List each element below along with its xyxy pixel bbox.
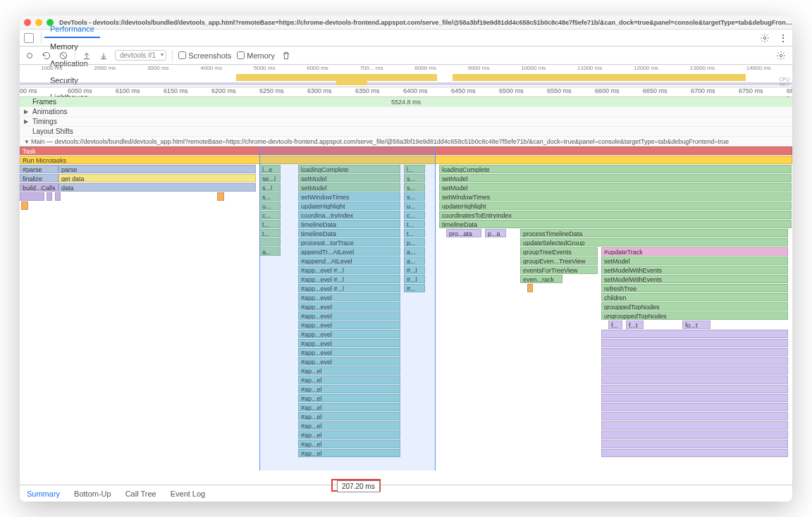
window-titlebar: DevTools - devtools://devtools/bundled/d…	[20, 15, 792, 30]
devtools-tabbar: ElementsConsoleSourcesNetworkPerformance…	[20, 30, 792, 46]
svg-point-0	[763, 37, 766, 39]
layout-shifts-track[interactable]: Layout Shifts	[20, 127, 792, 137]
duration-tooltip: 207.20 ms	[337, 480, 380, 492]
memory-checkbox[interactable]: Memory	[237, 51, 275, 60]
details-tab-eventlog[interactable]: Event Log	[164, 485, 213, 502]
animations-track[interactable]: ▶Animations	[20, 107, 792, 117]
perf-toolbar: devtools #1 Screenshots Memory	[20, 46, 792, 65]
timings-track[interactable]: ▶Timings	[20, 117, 792, 127]
details-tab-summary[interactable]: Summary	[20, 485, 67, 502]
svg-point-3	[780, 54, 782, 57]
instance-selector[interactable]: devtools #1	[115, 50, 166, 61]
upload-icon[interactable]	[81, 50, 92, 61]
capture-settings-icon[interactable]	[775, 50, 787, 61]
details-tab-bottomup[interactable]: Bottom-Up	[67, 485, 118, 502]
clear-button[interactable]	[58, 50, 69, 61]
minimize-window-button[interactable]	[35, 19, 42, 26]
frame-duration: 5524.8 ms	[391, 97, 421, 107]
details-tab-calltree[interactable]: Call Tree	[118, 485, 164, 502]
flame-microtasks[interactable]: Run Microtasks	[20, 156, 792, 164]
reload-record-button[interactable]	[41, 50, 52, 61]
close-window-button[interactable]	[24, 19, 31, 26]
flame-chart[interactable]: TaskRun Microtasks#parseparsel...eloadin…	[20, 147, 792, 471]
main-thread-header[interactable]: ▼Main — devtools://devtools/bundled/devt…	[20, 137, 792, 147]
tab-performance[interactable]: Performance	[44, 21, 100, 38]
details-tabs: SummaryBottom-UpCall TreeEvent Log	[20, 485, 792, 502]
frames-track[interactable]: Frames 5524.8 ms	[20, 97, 792, 107]
timeline-overview[interactable]: 1000 ms2000 ms3000 ms4000 ms5000 ms6000 …	[20, 65, 792, 87]
more-menu-icon[interactable]: ⋮	[774, 32, 792, 44]
window-title: DevTools - devtools://devtools/bundled/d…	[59, 19, 792, 26]
settings-gear-icon[interactable]	[760, 33, 770, 43]
inspect-element-icon[interactable]	[24, 33, 34, 43]
screenshots-checkbox[interactable]: Screenshots	[178, 51, 231, 60]
track-headers: Frames 5524.8 ms ▶Animations ▶Timings La…	[20, 97, 792, 137]
svg-point-1	[27, 53, 32, 58]
flame-task[interactable]: Task	[20, 147, 792, 155]
record-button[interactable]	[24, 50, 35, 61]
tab-network[interactable]: Network	[44, 15, 100, 21]
time-ruler[interactable]: 00 ms6050 ms6100 ms6150 ms6200 ms6250 ms…	[20, 87, 792, 97]
trash-icon[interactable]	[281, 50, 292, 61]
download-icon[interactable]	[98, 50, 109, 61]
